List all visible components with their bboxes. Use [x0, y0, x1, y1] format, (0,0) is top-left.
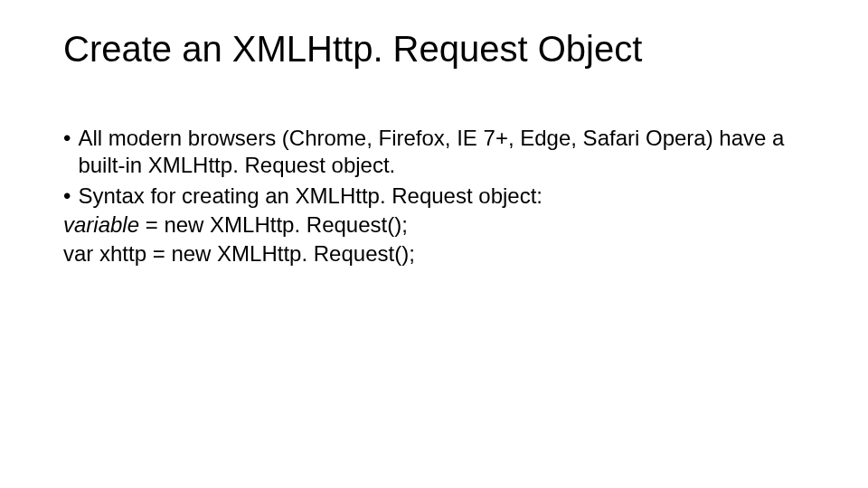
code-line: var xhttp = new XMLHttp. Request(); — [63, 240, 805, 267]
bullet-dot-icon: • — [63, 125, 78, 152]
code-line: variable = new XMLHttp. Request(); — [63, 211, 805, 239]
code-variable-italic: variable — [63, 212, 139, 237]
code-rest: = new XMLHttp. Request(); — [139, 212, 408, 237]
bullet-text: All modern browsers (Chrome, Firefox, IE… — [78, 125, 805, 179]
slide-body: • All modern browsers (Chrome, Firefox, … — [63, 125, 805, 267]
slide-title: Create an XMLHttp. Request Object — [63, 27, 805, 70]
bullet-text: Syntax for creating an XMLHttp. Request … — [78, 183, 805, 210]
slide: Create an XMLHttp. Request Object • All … — [0, 0, 868, 488]
bullet-line-2: Syntax for creating an XMLHttp. Request … — [78, 183, 542, 208]
bullet-line-1: All modern browsers (Chrome, Firefox, IE… — [78, 126, 784, 177]
bullet-item: • Syntax for creating an XMLHttp. Reques… — [63, 183, 805, 210]
bullet-dot-icon: • — [63, 183, 78, 210]
bullet-item: • All modern browsers (Chrome, Firefox, … — [63, 125, 805, 179]
